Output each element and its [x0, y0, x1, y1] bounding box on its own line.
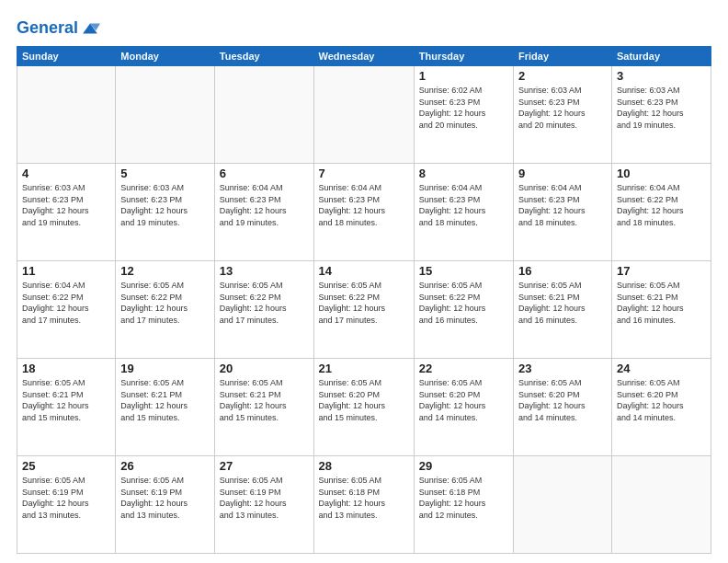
day-info: Sunrise: 6:03 AM Sunset: 6:23 PM Dayligh… — [120, 182, 210, 228]
logo-text: General — [17, 19, 78, 38]
day-number: 8 — [419, 167, 508, 180]
calendar-cell: 27Sunrise: 6:05 AM Sunset: 6:19 PM Dayli… — [214, 456, 313, 554]
day-number: 2 — [518, 69, 607, 83]
calendar-header-saturday: Saturday — [611, 47, 711, 66]
calendar-body: 1Sunrise: 6:02 AM Sunset: 6:23 PM Daylig… — [17, 66, 711, 554]
day-number: 13 — [220, 264, 309, 278]
calendar-cell: 11Sunrise: 6:04 AM Sunset: 6:22 PM Dayli… — [17, 261, 116, 359]
day-number: 19 — [120, 362, 210, 375]
header: General — [17, 15, 711, 39]
calendar-table: SundayMondayTuesdayWednesdayThursdayFrid… — [17, 46, 711, 554]
calendar-week-4: 18Sunrise: 6:05 AM Sunset: 6:21 PM Dayli… — [17, 359, 711, 456]
day-info: Sunrise: 6:05 AM Sunset: 6:22 PM Dayligh… — [120, 280, 210, 326]
day-number: 4 — [22, 167, 110, 180]
day-info: Sunrise: 6:05 AM Sunset: 6:20 PM Dayligh… — [319, 377, 409, 423]
calendar-cell — [116, 66, 215, 164]
day-number: 28 — [319, 459, 409, 473]
day-number: 14 — [319, 264, 409, 278]
calendar-week-1: 1Sunrise: 6:02 AM Sunset: 6:23 PM Daylig… — [17, 66, 711, 164]
day-info: Sunrise: 6:03 AM Sunset: 6:23 PM Dayligh… — [22, 182, 110, 228]
day-info: Sunrise: 6:05 AM Sunset: 6:22 PM Dayligh… — [319, 280, 409, 326]
day-info: Sunrise: 6:05 AM Sunset: 6:22 PM Dayligh… — [220, 280, 309, 326]
calendar-cell: 16Sunrise: 6:05 AM Sunset: 6:21 PM Dayli… — [514, 261, 612, 359]
day-number: 23 — [518, 362, 607, 375]
day-info: Sunrise: 6:04 AM Sunset: 6:23 PM Dayligh… — [518, 182, 607, 228]
day-info: Sunrise: 6:05 AM Sunset: 6:22 PM Dayligh… — [419, 280, 508, 326]
day-info: Sunrise: 6:03 AM Sunset: 6:23 PM Dayligh… — [617, 85, 706, 131]
calendar-cell — [611, 456, 711, 554]
day-number: 24 — [617, 362, 706, 375]
calendar-cell: 23Sunrise: 6:05 AM Sunset: 6:20 PM Dayli… — [514, 359, 612, 456]
day-number: 5 — [120, 167, 210, 180]
calendar-cell: 14Sunrise: 6:05 AM Sunset: 6:22 PM Dayli… — [313, 261, 414, 359]
calendar-cell: 5Sunrise: 6:03 AM Sunset: 6:23 PM Daylig… — [116, 164, 215, 261]
calendar-cell: 8Sunrise: 6:04 AM Sunset: 6:23 PM Daylig… — [414, 164, 513, 261]
day-number: 3 — [617, 69, 706, 83]
calendar-cell: 10Sunrise: 6:04 AM Sunset: 6:22 PM Dayli… — [611, 164, 711, 261]
calendar-cell: 28Sunrise: 6:05 AM Sunset: 6:18 PM Dayli… — [313, 456, 414, 554]
calendar-header-sunday: Sunday — [17, 47, 116, 66]
calendar-cell: 19Sunrise: 6:05 AM Sunset: 6:21 PM Dayli… — [116, 359, 215, 456]
day-info: Sunrise: 6:04 AM Sunset: 6:23 PM Dayligh… — [220, 182, 309, 228]
day-number: 16 — [518, 264, 607, 278]
day-info: Sunrise: 6:03 AM Sunset: 6:23 PM Dayligh… — [518, 85, 607, 131]
calendar-cell: 6Sunrise: 6:04 AM Sunset: 6:23 PM Daylig… — [214, 164, 313, 261]
day-info: Sunrise: 6:04 AM Sunset: 6:22 PM Dayligh… — [617, 182, 706, 228]
day-number: 22 — [419, 362, 508, 375]
calendar-cell: 4Sunrise: 6:03 AM Sunset: 6:23 PM Daylig… — [17, 164, 116, 261]
day-number: 17 — [617, 264, 706, 278]
calendar-cell: 7Sunrise: 6:04 AM Sunset: 6:23 PM Daylig… — [313, 164, 414, 261]
calendar-cell: 13Sunrise: 6:05 AM Sunset: 6:22 PM Dayli… — [214, 261, 313, 359]
day-number: 7 — [319, 167, 409, 180]
day-info: Sunrise: 6:05 AM Sunset: 6:18 PM Dayligh… — [419, 475, 508, 521]
calendar-cell: 17Sunrise: 6:05 AM Sunset: 6:21 PM Dayli… — [611, 261, 711, 359]
calendar-cell: 20Sunrise: 6:05 AM Sunset: 6:21 PM Dayli… — [214, 359, 313, 456]
calendar-cell — [313, 66, 414, 164]
calendar-cell: 2Sunrise: 6:03 AM Sunset: 6:23 PM Daylig… — [514, 66, 612, 164]
day-info: Sunrise: 6:05 AM Sunset: 6:21 PM Dayligh… — [617, 280, 706, 326]
calendar-cell: 24Sunrise: 6:05 AM Sunset: 6:20 PM Dayli… — [611, 359, 711, 456]
day-number: 1 — [419, 69, 508, 83]
calendar-header-thursday: Thursday — [414, 47, 513, 66]
day-info: Sunrise: 6:04 AM Sunset: 6:22 PM Dayligh… — [22, 280, 110, 326]
day-info: Sunrise: 6:04 AM Sunset: 6:23 PM Dayligh… — [319, 182, 409, 228]
day-number: 20 — [220, 362, 309, 375]
day-number: 15 — [419, 264, 508, 278]
day-info: Sunrise: 6:05 AM Sunset: 6:21 PM Dayligh… — [518, 280, 607, 326]
day-info: Sunrise: 6:05 AM Sunset: 6:21 PM Dayligh… — [22, 377, 110, 423]
calendar-header-friday: Friday — [514, 47, 612, 66]
day-number: 25 — [22, 459, 110, 473]
calendar-week-3: 11Sunrise: 6:04 AM Sunset: 6:22 PM Dayli… — [17, 261, 711, 359]
calendar-cell: 25Sunrise: 6:05 AM Sunset: 6:19 PM Dayli… — [17, 456, 116, 554]
day-info: Sunrise: 6:02 AM Sunset: 6:23 PM Dayligh… — [419, 85, 508, 131]
day-number: 10 — [617, 167, 706, 180]
day-number: 6 — [220, 167, 309, 180]
day-info: Sunrise: 6:04 AM Sunset: 6:23 PM Dayligh… — [419, 182, 508, 228]
calendar-cell: 9Sunrise: 6:04 AM Sunset: 6:23 PM Daylig… — [514, 164, 612, 261]
day-info: Sunrise: 6:05 AM Sunset: 6:21 PM Dayligh… — [220, 377, 309, 423]
calendar-header-row: SundayMondayTuesdayWednesdayThursdayFrid… — [17, 47, 711, 66]
day-info: Sunrise: 6:05 AM Sunset: 6:20 PM Dayligh… — [518, 377, 607, 423]
calendar-header-monday: Monday — [116, 47, 215, 66]
calendar-cell: 1Sunrise: 6:02 AM Sunset: 6:23 PM Daylig… — [414, 66, 513, 164]
calendar-cell: 29Sunrise: 6:05 AM Sunset: 6:18 PM Dayli… — [414, 456, 513, 554]
calendar-cell: 18Sunrise: 6:05 AM Sunset: 6:21 PM Dayli… — [17, 359, 116, 456]
page: General SundayMondayTuesdayWednesdayThur… — [0, 0, 728, 563]
calendar-week-5: 25Sunrise: 6:05 AM Sunset: 6:19 PM Dayli… — [17, 456, 711, 554]
calendar-cell — [17, 66, 116, 164]
day-number: 21 — [319, 362, 409, 375]
logo-icon — [80, 18, 100, 39]
day-number: 12 — [120, 264, 210, 278]
calendar-week-2: 4Sunrise: 6:03 AM Sunset: 6:23 PM Daylig… — [17, 164, 711, 261]
calendar-cell: 26Sunrise: 6:05 AM Sunset: 6:19 PM Dayli… — [116, 456, 215, 554]
day-info: Sunrise: 6:05 AM Sunset: 6:20 PM Dayligh… — [419, 377, 508, 423]
calendar-cell: 15Sunrise: 6:05 AM Sunset: 6:22 PM Dayli… — [414, 261, 513, 359]
day-info: Sunrise: 6:05 AM Sunset: 6:21 PM Dayligh… — [120, 377, 210, 423]
day-number: 29 — [419, 459, 508, 473]
calendar-cell: 22Sunrise: 6:05 AM Sunset: 6:20 PM Dayli… — [414, 359, 513, 456]
logo: General — [17, 18, 100, 39]
calendar-header-tuesday: Tuesday — [214, 47, 313, 66]
calendar-header-wednesday: Wednesday — [313, 47, 414, 66]
day-info: Sunrise: 6:05 AM Sunset: 6:20 PM Dayligh… — [617, 377, 706, 423]
calendar-cell: 3Sunrise: 6:03 AM Sunset: 6:23 PM Daylig… — [611, 66, 711, 164]
